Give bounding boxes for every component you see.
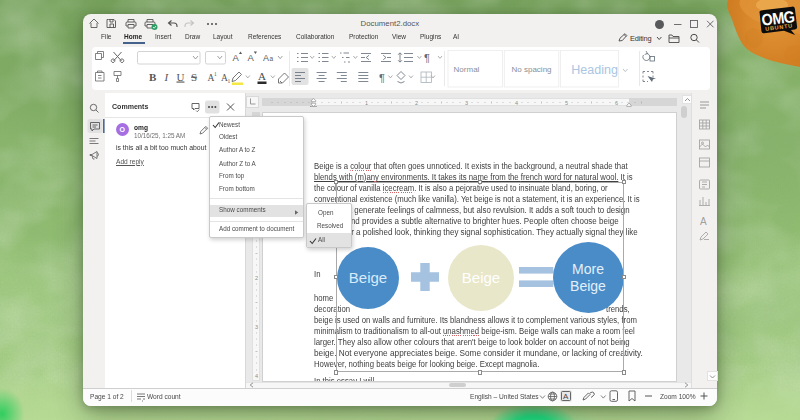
svg-text:1: 1 bbox=[364, 99, 367, 105]
svg-text:1: 1 bbox=[228, 78, 231, 84]
svg-text:B: B bbox=[149, 71, 157, 83]
svg-text:2: 2 bbox=[254, 275, 257, 281]
svg-text:2: 2 bbox=[414, 99, 417, 105]
svg-text:A: A bbox=[263, 53, 269, 63]
svg-text:¶: ¶ bbox=[424, 52, 430, 64]
svg-text:A: A bbox=[233, 52, 240, 63]
svg-text:A: A bbox=[700, 216, 707, 227]
svg-text:A: A bbox=[563, 392, 569, 401]
svg-text:I: I bbox=[164, 71, 170, 83]
svg-text:4: 4 bbox=[254, 373, 257, 379]
svg-text:5: 5 bbox=[564, 99, 567, 105]
svg-text:1: 1 bbox=[214, 71, 217, 77]
svg-text:a: a bbox=[270, 55, 274, 62]
svg-text:Heading: Heading bbox=[571, 63, 618, 77]
svg-text:Editing: Editing bbox=[630, 34, 652, 43]
svg-text:3: 3 bbox=[464, 99, 467, 105]
svg-text:Normal: Normal bbox=[454, 65, 480, 74]
svg-text:3: 3 bbox=[254, 324, 257, 330]
svg-text:6: 6 bbox=[614, 99, 617, 105]
svg-text:U: U bbox=[177, 71, 185, 83]
svg-text:¶: ¶ bbox=[379, 72, 385, 84]
svg-text:4: 4 bbox=[514, 99, 517, 105]
svg-text:No spacing: No spacing bbox=[512, 65, 552, 74]
svg-text:A: A bbox=[248, 52, 255, 63]
svg-text:A: A bbox=[258, 70, 266, 82]
svg-text:S: S bbox=[191, 71, 197, 83]
